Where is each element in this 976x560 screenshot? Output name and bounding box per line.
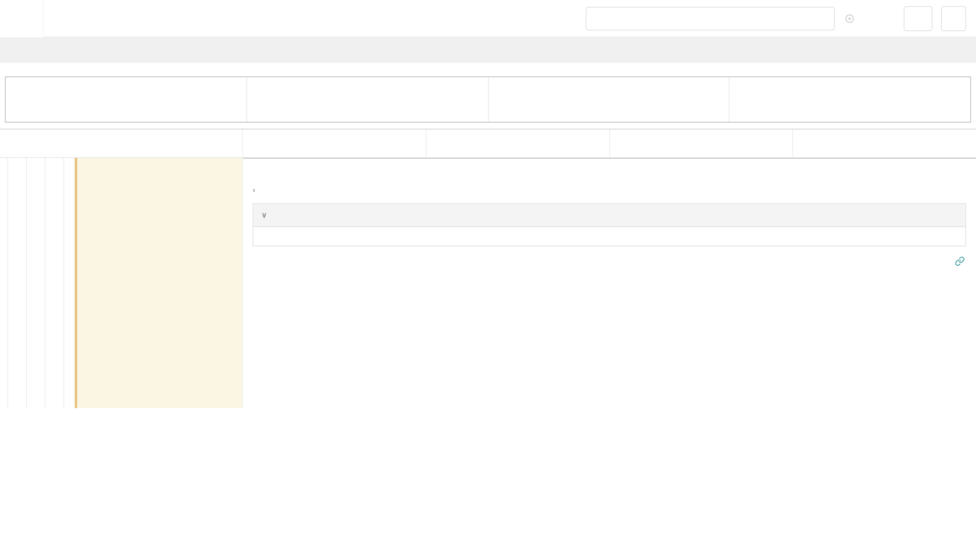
span-detail-panel: › ∨ <box>243 158 976 408</box>
indent-guide <box>26 158 27 408</box>
find-input[interactable] <box>586 7 835 30</box>
indent-guide <box>45 158 46 408</box>
minimap-time-axis <box>5 67 971 77</box>
span-logs-section: ∨ <box>253 204 966 246</box>
chevron-down-icon: ∨ <box>261 211 267 219</box>
back-button[interactable] <box>0 0 44 37</box>
link-icon <box>955 256 965 266</box>
chevron-right-icon: › <box>253 185 255 194</box>
minimap-canvas[interactable] <box>5 77 971 123</box>
deep-link-button[interactable] <box>955 256 965 266</box>
find-result-controls <box>845 13 894 23</box>
indent-guide <box>63 158 64 408</box>
indent-guide <box>7 158 8 408</box>
header-toolbar <box>586 6 966 31</box>
expanded-span-accent <box>75 158 242 408</box>
span-detail-row: › ∨ <box>0 158 976 408</box>
logs-entries <box>253 227 965 231</box>
span-id-row <box>253 256 966 266</box>
span-tags-accordion[interactable]: › <box>253 183 966 194</box>
target-icon <box>845 13 855 23</box>
logs-accordion-header[interactable]: ∨ <box>253 204 965 227</box>
logs-footer-note <box>253 231 965 246</box>
trace-summary-bar <box>0 37 976 63</box>
trace-view-selector[interactable] <box>941 6 966 31</box>
span-detail-indent-column <box>0 158 243 408</box>
keyboard-shortcuts-button[interactable] <box>904 6 933 31</box>
service-operation-header <box>0 129 243 157</box>
trace-minimap <box>0 63 976 122</box>
timeline-time-axis <box>243 129 976 157</box>
timeline-header <box>0 129 976 158</box>
jaeger-trace-page: › ∨ <box>0 0 976 560</box>
page-header <box>0 0 976 37</box>
locate-match-button[interactable] <box>845 13 855 23</box>
